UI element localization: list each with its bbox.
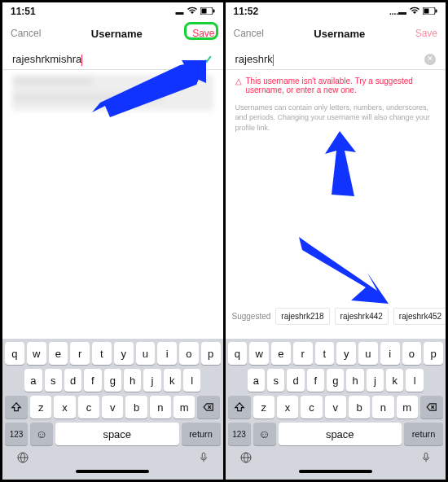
key-f[interactable]: f (84, 369, 101, 392)
globe-icon[interactable] (239, 451, 253, 467)
return-key[interactable]: return (182, 423, 221, 445)
key-x[interactable]: x (277, 396, 298, 418)
wifi-icon (410, 7, 419, 16)
emoji-key[interactable]: ☺ (253, 423, 276, 445)
key-o[interactable]: o (179, 342, 199, 365)
shift-key[interactable] (228, 396, 251, 418)
key-j[interactable]: j (367, 369, 384, 392)
key-m[interactable]: m (397, 396, 418, 418)
arrow-annotation-suggestions (299, 237, 389, 310)
key-m[interactable]: m (173, 396, 195, 418)
key-u[interactable]: u (358, 342, 378, 365)
nav-bar: Cancel Username Save (2, 20, 223, 46)
ios-keyboard[interactable]: qwertyuiop asdfghjkl zxcvbnm 123 ☺ space… (2, 339, 223, 480)
suggestion-pill[interactable]: rajeshrk442 (335, 308, 389, 325)
key-z[interactable]: z (253, 396, 275, 418)
status-bar: 11:51 ▬ (2, 2, 223, 20)
key-p[interactable]: p (201, 342, 221, 365)
key-z[interactable]: z (30, 396, 51, 418)
key-p[interactable]: p (424, 342, 443, 365)
battery-icon (200, 7, 215, 16)
key-f[interactable]: f (307, 369, 324, 392)
suggestion-pill[interactable]: rajeshrk218 (275, 308, 329, 325)
key-b[interactable]: b (125, 396, 147, 418)
key-y[interactable]: y (336, 342, 356, 365)
ios-keyboard[interactable]: qwertyuiop asdfghjkl zxcvbnm 123 ☺ space… (226, 339, 446, 480)
key-i[interactable]: i (380, 342, 400, 365)
username-input[interactable]: rajeshrkmishra (12, 53, 204, 66)
cancel-button[interactable]: Cancel (11, 28, 41, 39)
key-g[interactable]: g (327, 369, 344, 392)
key-c[interactable]: c (78, 396, 99, 418)
key-r[interactable]: r (70, 342, 90, 365)
globe-icon[interactable] (16, 451, 29, 467)
space-key[interactable]: space (279, 423, 402, 445)
key-e[interactable]: e (49, 342, 68, 365)
key-q[interactable]: q (228, 342, 248, 365)
key-v[interactable]: v (102, 396, 123, 418)
key-t[interactable]: t (315, 342, 335, 365)
key-e[interactable]: e (271, 342, 291, 365)
numbers-key[interactable]: 123 (5, 423, 28, 445)
numbers-key[interactable]: 123 (228, 423, 251, 445)
return-key[interactable]: return (404, 423, 443, 445)
suggestion-bar: Suggested rajeshrk218 rajeshrk442 rajesh… (226, 305, 446, 328)
key-g[interactable]: g (104, 369, 121, 392)
cancel-button[interactable]: Cancel (234, 28, 264, 39)
key-x[interactable]: x (54, 396, 75, 418)
save-button[interactable]: Save (192, 28, 214, 39)
mic-icon[interactable] (198, 451, 209, 467)
backspace-key[interactable] (420, 396, 443, 418)
key-i[interactable]: i (157, 342, 177, 365)
key-t[interactable]: t (92, 342, 112, 365)
username-input[interactable]: rajeshrk (235, 53, 425, 66)
home-indicator[interactable] (299, 470, 372, 473)
key-a[interactable]: a (248, 369, 265, 392)
blurred-hint-area (12, 75, 213, 111)
key-b[interactable]: b (349, 396, 370, 418)
key-h[interactable]: h (124, 369, 141, 392)
key-l[interactable]: l (406, 369, 423, 392)
key-u[interactable]: u (136, 342, 156, 365)
save-button[interactable]: Save (415, 28, 437, 39)
svg-rect-9 (424, 8, 429, 13)
key-r[interactable]: r (293, 342, 313, 365)
keyboard-row-3: zxcvbnm (228, 396, 444, 418)
key-c[interactable]: c (301, 396, 322, 418)
wifi-icon (187, 7, 197, 16)
key-k[interactable]: k (386, 369, 403, 392)
key-d[interactable]: d (287, 369, 304, 392)
username-value: rajeshrkmishra (12, 53, 81, 65)
key-k[interactable]: k (164, 369, 181, 392)
svg-rect-2 (213, 9, 214, 12)
key-a[interactable]: a (24, 369, 42, 392)
space-key[interactable]: space (55, 423, 179, 445)
key-l[interactable]: l (183, 369, 200, 392)
screen-left: 11:51 ▬ Cancel Username Save rajeshrkmis… (2, 2, 223, 480)
key-d[interactable]: d (64, 369, 81, 392)
shift-key[interactable] (5, 396, 28, 418)
key-h[interactable]: h (346, 369, 363, 392)
key-s[interactable]: s (267, 369, 284, 392)
svg-marker-11 (325, 131, 356, 196)
key-y[interactable]: y (114, 342, 134, 365)
signal-icon: ....▬ (389, 7, 406, 16)
backspace-key[interactable] (197, 396, 220, 418)
key-v[interactable]: v (325, 396, 346, 418)
username-input-row: rajeshrk ✕ (226, 46, 446, 70)
key-q[interactable]: q (5, 342, 24, 365)
home-indicator[interactable] (76, 470, 149, 473)
key-j[interactable]: j (143, 369, 160, 392)
clear-input-icon[interactable]: ✕ (424, 54, 436, 65)
key-n[interactable]: n (150, 396, 171, 418)
status-time: 11:51 (11, 6, 36, 17)
key-o[interactable]: o (402, 342, 422, 365)
key-w[interactable]: w (249, 342, 269, 365)
emoji-key[interactable]: ☺ (30, 423, 53, 445)
key-w[interactable]: w (27, 342, 46, 365)
suggestion-pill[interactable]: rajeshrk452 (393, 308, 446, 325)
nav-bar: Cancel Username Save (226, 20, 446, 46)
key-n[interactable]: n (372, 396, 393, 418)
mic-icon[interactable] (420, 451, 432, 467)
key-s[interactable]: s (45, 369, 62, 392)
